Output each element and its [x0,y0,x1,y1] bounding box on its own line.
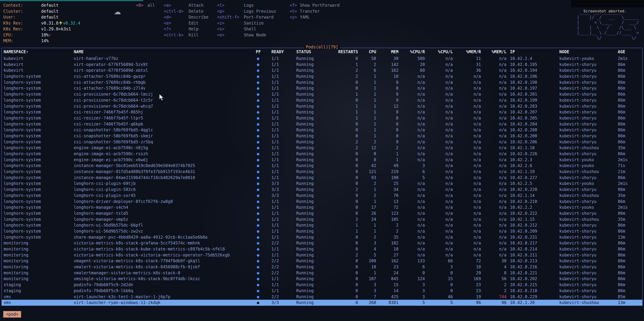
column-header-ready[interactable]: READY [272,48,296,56]
cell-name: longhorn-csi-plugin-582c6 [74,187,256,193]
cell-ready: 1/1 [272,276,296,282]
cell-meml: n/a [481,210,506,216]
cell-ip: 10.42.0.222 [506,210,559,216]
cell-name: victoria-metrics-k8s-stack-grafana-5ccf5… [74,240,256,246]
port-forward-indicator-icon: ● [256,74,272,80]
table-row[interactable]: longhorn-systemcsi-attacher-57689cc84b-g… [2,74,642,80]
cell-cpur: 3 [398,282,425,288]
table-row[interactable]: longhorn-systemlonghorn-manager-tsld5●1/… [2,210,642,216]
cell-ns: monitoring [4,258,74,264]
cell-ready: 3/3 [272,193,296,199]
column-header-cpur[interactable]: %CPU/R [398,48,425,56]
table-row[interactable]: longhorn-systemcsi-provisioner-6c78dcb66… [2,91,642,97]
cell-age: 86m [618,199,640,205]
column-header-ns[interactable]: NAMESPACE↑ [4,48,74,56]
table-row[interactable]: longhorn-systemengine-image-ei-acb7590c-… [2,157,642,163]
table-row[interactable]: longhorn-systemcsi-attacher-57689cc84b-z… [2,85,642,91]
mouse-cursor [158,94,166,101]
table-row[interactable]: monitoringvictoria-metrics-k8s-stack-vic… [2,252,642,258]
cell-cpur: 0 [398,270,425,276]
table-row[interactable]: longhorn-systemlonghorn-csi-plugin-sxr45… [2,193,642,199]
cell-meml: 2 [481,288,506,294]
column-header-memr[interactable]: %MEM/R [453,48,481,56]
menu-item: <p>Logs Previous [217,9,276,15]
table-row[interactable]: monitoringvictoria-metrics-k8s-stack-kub… [2,246,642,252]
table-row[interactable]: longhorn-systemlonghorn-ui-56d9b575dc-zw… [2,228,642,234]
table-row[interactable]: longhorn-systemengine-image-ei-acb7590c-… [2,145,642,151]
table-row[interactable]: vmsvirt-launcher-ryan-windows-11-zkdqk●3… [2,300,642,306]
table-row[interactable]: longhorn-systeminstance-manager-5bc01eeb… [2,163,642,169]
cell-ip: 10.42.0.201 [506,91,559,97]
table-row[interactable]: longhorn-systeminstance-manager-81fd5a40… [2,169,642,175]
table-row[interactable]: longhorn-systemcsi-resizer-7466f7b45f-86… [2,109,642,115]
table-row[interactable]: longhorn-systemcsi-provisioner-6c78dcb66… [2,103,642,109]
column-header-cpul[interactable]: %CPU/L [425,48,453,56]
column-header-pf[interactable]: PF [256,48,272,56]
hotkey-label: Delete [188,9,204,14]
column-header-meml[interactable]: %MEM/L [481,48,506,56]
table-row[interactable]: monitoringvmalertmanager-victoria-metric… [2,270,642,276]
table-row[interactable]: longhorn-systemlonghorn-manager-s4ch4●1/… [2,204,642,210]
column-header-cpu[interactable]: CPU [358,48,376,56]
cell-node: kubevirt-shoryu [559,62,618,68]
cell-ip: 10.42.2.3 [506,157,559,163]
table-row[interactable]: longhorn-systemlonghorn-driver-deployer-… [2,199,642,205]
table-row[interactable]: longhorn-systemlonghorn-ui-56d9b575dc-66… [2,222,642,228]
column-header-ip[interactable]: IP [506,48,559,56]
cell-restarts: 1 [338,109,358,115]
cell-mem: 9 [376,97,398,103]
cell-cpul: n/a [425,121,453,127]
breadcrumb-pod[interactable]: <pod> [3,311,21,317]
table-row[interactable]: kubevirtvirt-handler-v77bz●1/1Running058… [2,56,642,62]
cell-ready: 1/1 [272,56,296,62]
table-row[interactable]: longhorn-systemlonghorn-csi-plugin-582c6… [2,187,642,193]
column-header-mem[interactable]: MEM [376,48,398,56]
table-row[interactable]: longhorn-systemlonghorn-csi-plugin-69tjb… [2,181,642,187]
column-header-node[interactable]: NODE [559,48,618,56]
table-row[interactable]: longhorn-systemcsi-snapshotter-58bf69fbd… [2,133,642,139]
cell-age: 2m1s [618,56,640,62]
cell-cpu: 1 [358,121,376,127]
cell-ns: longhorn-system [4,163,74,169]
table-row[interactable]: stagingpodinfo-79db68f5c9-lkb6q●1/1Runni… [2,288,642,294]
column-header-name[interactable]: NAME [74,48,256,56]
hotkey: <ctrl-d> [164,9,188,15]
cell-age: 86m [618,210,640,216]
cell-status: Running [296,80,338,86]
table-row[interactable]: longhorn-systemcsi-attacher-57689cc84b-r… [2,80,642,86]
table-row[interactable]: longhorn-systemshare-manager-pvc-4bbd842… [2,234,642,240]
table-row[interactable]: monitoringvmalert-victoria-metrics-k8s-s… [2,264,642,270]
table-row[interactable]: kubevirtvirt-operator-6776f5689d-xbtxl●1… [2,68,642,74]
cell-node: kubevirt-shoryu [559,91,618,97]
table-row[interactable]: longhorn-systemcsi-resizer-7466f7b45f-q6… [2,121,642,127]
table-row[interactable]: longhorn-systemcsi-snapshotter-58bf69fbd… [2,139,642,145]
table-row[interactable]: stagingpodinfo-79db68f5c9-2d2dn●1/1Runni… [2,282,642,288]
table-row[interactable]: longhorn-systemengine-image-ei-acb7590c-… [2,151,642,157]
cell-cpur: n/a [398,222,425,228]
table-row[interactable]: longhorn-systemcsi-snapshotter-58bf69fbd… [2,127,642,133]
cell-node: kubevirt-shoryu [559,151,618,157]
column-header-restarts[interactable]: RESTARTS [338,48,358,56]
cell-cpu: 121 [358,169,376,175]
cell-meml: n/a [481,204,506,210]
cell-name: longhorn-driver-deployer-8fccf67f6-zw8g8 [74,199,256,205]
table-row[interactable]: monitoringvmagent-victoria-metrics-k8s-s… [2,258,642,264]
cell-meml: n/a [481,56,506,62]
cell-restarts: 0 [338,240,358,246]
column-header-age[interactable]: AGE [618,48,640,56]
lightning-bolt-icon [59,21,62,26]
cell-ns: vms [4,294,74,300]
table-row[interactable]: vmsvirt-launcher-k3s-test-1-master-1-j6p… [2,294,642,300]
hotkey-label: Help [188,27,198,32]
table-row[interactable]: kubevirtvirt-operator-6776f5689d-5zx9t●1… [2,62,642,68]
table-row[interactable]: monitoringvictoria-metrics-k8s-stack-gra… [2,240,642,246]
table-row[interactable]: monitoringvmsingle-victoria-metrics-k8s-… [2,276,642,282]
table-row[interactable]: longhorn-systeminstance-manager-84ae2159… [2,175,642,181]
cell-ns: longhorn-system [4,103,74,109]
table-row[interactable]: longhorn-systemlonghorn-manager-vmp5z●1/… [2,216,642,222]
cell-ip: 10.42.0.199 [506,97,559,103]
cell-ready: 1/1 [272,74,296,80]
cell-mem: 15 [376,282,398,288]
table-row[interactable]: longhorn-systemcsi-resizer-7466f7b45f-lt… [2,115,642,121]
table-row[interactable]: longhorn-systemcsi-provisioner-6c78dcb66… [2,97,642,103]
